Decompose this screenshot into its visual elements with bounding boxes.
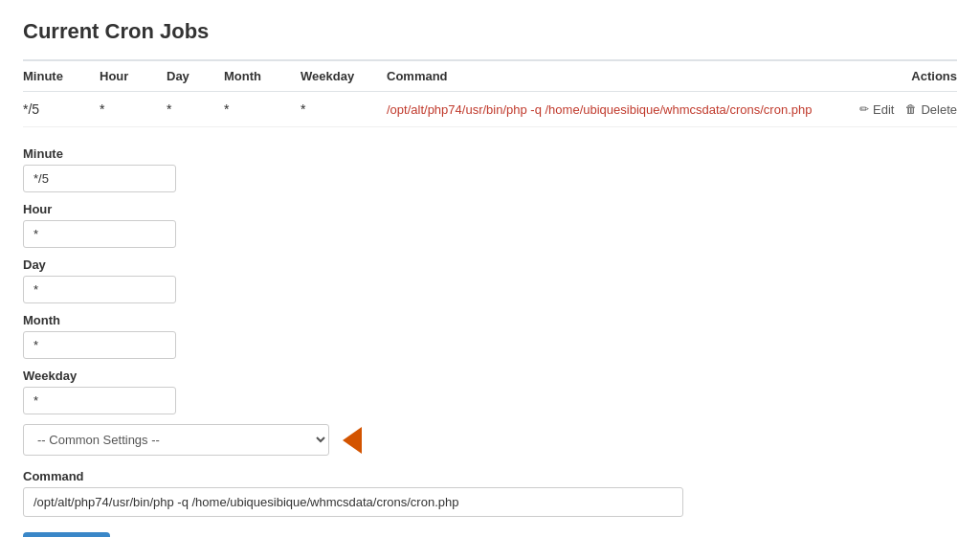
common-settings-select[interactable]: -- Common Settings -- Every Minute Every… <box>23 424 329 456</box>
month-group: Month <box>23 313 957 359</box>
hour-input[interactable] <box>23 220 176 248</box>
action-links: ✏ Edit 🗑 Delete <box>833 102 957 117</box>
common-settings-row: -- Common Settings -- Every Minute Every… <box>23 424 957 456</box>
page-container: Current Cron Jobs Minute Hour Day Month … <box>0 0 980 537</box>
col-header-month: Month <box>224 69 301 83</box>
month-input[interactable] <box>23 331 176 359</box>
cell-day: * <box>167 101 224 117</box>
command-group: Command <box>23 469 957 517</box>
minute-input[interactable] <box>23 165 176 192</box>
table-header: Minute Hour Day Month Weekday Command Ac… <box>23 61 957 92</box>
weekday-input[interactable] <box>23 387 176 414</box>
delete-label: Delete <box>921 102 957 117</box>
cell-minute: */5 <box>23 101 100 117</box>
col-header-command: Command <box>387 69 833 83</box>
col-header-weekday: Weekday <box>301 69 387 83</box>
cell-month: * <box>224 101 301 117</box>
col-header-hour: Hour <box>100 69 167 83</box>
command-label: Command <box>23 469 957 483</box>
weekday-label: Weekday <box>23 369 957 383</box>
edit-button[interactable]: ✏ Edit <box>859 102 894 117</box>
col-header-minute: Minute <box>23 69 100 83</box>
table-row: */5 * * * * /opt/alt/php74/usr/bin/php -… <box>23 92 957 127</box>
cell-hour: * <box>100 101 167 117</box>
hour-group: Hour <box>23 202 957 248</box>
month-label: Month <box>23 313 957 327</box>
cell-command: /opt/alt/php74/usr/bin/php -q /home/ubiq… <box>387 102 833 117</box>
col-header-day: Day <box>167 69 224 83</box>
form-buttons: Edit Line Cancel <box>23 532 957 537</box>
minute-group: Minute <box>23 146 957 192</box>
weekday-group: Weekday <box>23 369 957 414</box>
page-title: Current Cron Jobs <box>23 19 957 44</box>
command-input[interactable] <box>23 487 683 517</box>
pencil-icon: ✏ <box>859 102 869 116</box>
trash-icon: 🗑 <box>905 102 917 116</box>
edit-form: Minute Hour Day Month Weekday -- Common … <box>23 146 957 537</box>
submit-button[interactable]: Edit Line <box>23 532 110 537</box>
col-header-actions: Actions <box>833 69 957 83</box>
arrow-indicator-icon <box>343 427 362 454</box>
day-group: Day <box>23 257 957 303</box>
day-input[interactable] <box>23 276 176 303</box>
day-label: Day <box>23 257 957 272</box>
cron-table: Minute Hour Day Month Weekday Command Ac… <box>23 59 957 127</box>
delete-button[interactable]: 🗑 Delete <box>905 102 957 117</box>
cell-actions: ✏ Edit 🗑 Delete <box>833 102 957 117</box>
cell-weekday: * <box>301 101 387 117</box>
hour-label: Hour <box>23 202 957 216</box>
edit-label: Edit <box>873 102 894 117</box>
minute-label: Minute <box>23 146 957 161</box>
